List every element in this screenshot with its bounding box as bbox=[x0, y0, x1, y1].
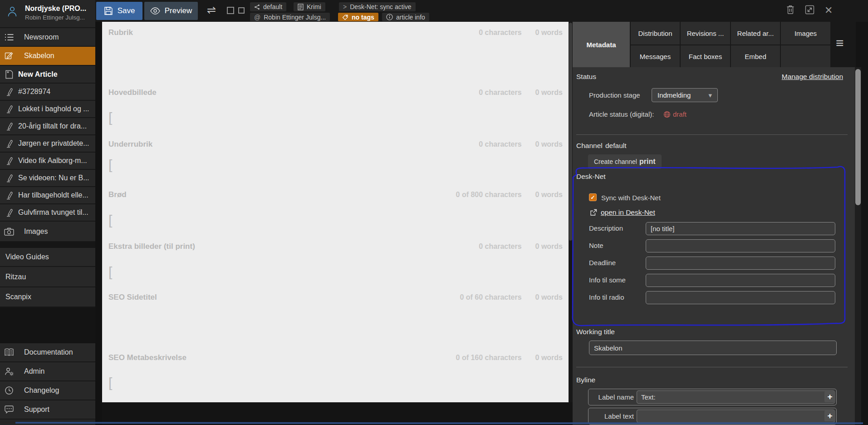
field-row-hovedbillede: Hovedbillede 0 characters0 words bbox=[108, 88, 563, 97]
sync-desknet-checkbox[interactable] bbox=[589, 193, 597, 201]
preview-label: Preview bbox=[165, 6, 192, 15]
article-status-value: draft bbox=[673, 110, 687, 118]
text-cursor-icon[interactable] bbox=[108, 376, 112, 390]
desknet-deadline-input[interactable] bbox=[646, 257, 835, 270]
tags-chip[interactable]: no tags bbox=[338, 13, 378, 21]
at-icon bbox=[254, 14, 260, 21]
tab-images[interactable]: Images bbox=[781, 22, 830, 44]
open-in-desknet-link[interactable]: open in Desk-Net bbox=[601, 208, 655, 217]
sidebar-item-label: 20-årig tiltalt for dra... bbox=[18, 122, 87, 130]
template-chip[interactable]: default bbox=[250, 2, 286, 11]
workspace-header[interactable]: Nordjyske (PRO... Robin Ettinger Julsg..… bbox=[0, 0, 95, 28]
expand-window-icon[interactable] bbox=[805, 5, 814, 15]
tab-messages[interactable]: Messages bbox=[631, 45, 680, 67]
section-chip[interactable]: Krimi bbox=[294, 2, 325, 11]
add-byline-button[interactable] bbox=[824, 410, 835, 421]
tab-distribution[interactable]: Distribution bbox=[631, 22, 680, 44]
swap-panels-icon[interactable] bbox=[207, 4, 216, 16]
desknet-field-label: Note bbox=[589, 242, 603, 249]
eye-icon bbox=[150, 7, 160, 15]
sidebar-item-ritzau[interactable]: Ritzau bbox=[0, 267, 95, 287]
editor-scrollbar-thumb[interactable] bbox=[569, 23, 572, 241]
sidebar-item-article[interactable]: Gulvfirma tvunget til... bbox=[0, 204, 95, 222]
desknet-sync-chip[interactable]: Desk-Net: sync active bbox=[339, 2, 416, 11]
field-row-seo-metabeskrivelse: SEO Metabeskrivelse 0 of 160 characters0… bbox=[108, 353, 563, 362]
tab-metadata[interactable]: Metadata bbox=[573, 22, 630, 67]
section-divider bbox=[576, 367, 848, 367]
layout-square-left-icon[interactable] bbox=[227, 7, 234, 14]
sidebar-item-scanpix[interactable]: Scanpix bbox=[0, 287, 95, 307]
byline-label-name-input[interactable] bbox=[637, 390, 835, 404]
sidebar-item-article[interactable]: Lokket i baghold og ... bbox=[0, 101, 95, 118]
tab-embed[interactable]: Embed bbox=[731, 45, 780, 67]
text-cursor-icon[interactable] bbox=[108, 111, 112, 124]
desknet-note-input[interactable] bbox=[646, 239, 835, 252]
sidebar-item-documentation[interactable]: Documentation bbox=[0, 343, 95, 362]
sidebar-item-article[interactable]: Se videoen: Nu er B... bbox=[0, 170, 95, 187]
section-divider bbox=[576, 134, 848, 135]
desknet-sync-label: Desk-Net: sync active bbox=[350, 3, 411, 10]
save-button[interactable]: Save bbox=[96, 2, 142, 20]
close-icon[interactable] bbox=[824, 5, 833, 16]
sidebar-item-images[interactable]: Images bbox=[0, 222, 95, 242]
field-label: Ekstra billeder (til print) bbox=[108, 242, 195, 251]
user-avatar-icon bbox=[6, 5, 18, 17]
text-cursor-icon[interactable] bbox=[108, 158, 112, 172]
sidebar-item-new-article[interactable]: New Article bbox=[0, 66, 95, 84]
desknet-description-input[interactable] bbox=[646, 222, 835, 235]
manage-distribution-link[interactable]: Manage distribution bbox=[782, 73, 843, 81]
text-cursor-icon[interactable] bbox=[108, 265, 112, 279]
share-icon bbox=[254, 4, 260, 10]
preview-button[interactable]: Preview bbox=[144, 2, 198, 20]
tab-label: Messages bbox=[640, 53, 671, 60]
production-stage-label: Production stage bbox=[589, 91, 640, 99]
chat-bubble-icon bbox=[0, 405, 18, 414]
text-cursor-icon[interactable] bbox=[108, 213, 112, 227]
tab-related-articles[interactable]: Related ar... bbox=[731, 22, 780, 44]
status-heading: Status bbox=[576, 73, 596, 81]
article-info-label: article info bbox=[396, 14, 425, 21]
book-icon bbox=[0, 348, 18, 356]
desknet-heading: Desk-Net bbox=[576, 173, 606, 181]
editor-scrollbar-track[interactable] bbox=[569, 22, 573, 402]
sidebar-item-article[interactable]: Video fik Aalborg-m... bbox=[0, 153, 95, 170]
field-row-rubrik: Rubrik 0 characters0 words bbox=[108, 28, 563, 37]
panel-menu-icon[interactable] bbox=[836, 35, 844, 51]
tab-fact-boxes[interactable]: Fact boxes bbox=[681, 45, 730, 67]
desknet-info-some-input[interactable] bbox=[646, 274, 835, 287]
byline-label-text-input[interactable] bbox=[637, 410, 835, 423]
channel-name: default bbox=[605, 142, 627, 150]
sidebar-item-skabelon[interactable]: Skabelon bbox=[0, 47, 95, 66]
sidebar-item-label: Admin bbox=[24, 367, 44, 376]
sidebar-item-article[interactable]: #3728974 bbox=[0, 84, 95, 101]
editor-canvas[interactable]: Rubrik 0 characters0 words Hovedbillede … bbox=[102, 22, 569, 402]
delete-article-icon[interactable] bbox=[786, 5, 795, 15]
author-chip[interactable]: Robin Ettinger Julsg... bbox=[250, 13, 330, 21]
byline-row-label-text: Label text bbox=[588, 408, 837, 425]
layout-square-right-icon[interactable] bbox=[238, 7, 245, 14]
add-byline-button[interactable] bbox=[824, 391, 835, 402]
tab-revisions[interactable]: Revisions ... bbox=[681, 22, 730, 44]
char-count: 0 characters bbox=[479, 242, 521, 251]
panel-tabbar: Metadata Distribution Revisions ... Rela… bbox=[573, 22, 856, 67]
sidebar-item-video-guides[interactable]: Video Guides bbox=[0, 248, 95, 267]
sidebar-item-label: Support bbox=[24, 405, 49, 414]
sidebar-item-article[interactable]: Jørgen er privatdete... bbox=[0, 135, 95, 153]
pencil-icon bbox=[0, 139, 18, 148]
create-channel-print-button[interactable]: Create channel print bbox=[588, 154, 662, 169]
pencil-icon bbox=[0, 88, 18, 96]
sidebar-item-support[interactable]: Support bbox=[0, 400, 95, 420]
panel-scrollbar-track[interactable] bbox=[855, 67, 861, 425]
sidebar-item-article[interactable]: 20-årig tiltalt for dra... bbox=[0, 118, 95, 135]
sidebar-item-newsroom[interactable]: Newsroom bbox=[0, 28, 95, 47]
sidebar-item-changelog[interactable]: Changelog bbox=[0, 381, 95, 400]
panel-scrollbar-thumb[interactable] bbox=[855, 69, 861, 205]
article-info-chip[interactable]: article info bbox=[382, 13, 429, 21]
production-stage-dropdown[interactable]: Indmelding bbox=[652, 88, 718, 102]
sidebar-item-admin[interactable]: Admin bbox=[0, 362, 95, 381]
sidebar-item-article[interactable]: Har tilbageholdt elle... bbox=[0, 187, 95, 204]
desknet-info-radio-input[interactable] bbox=[646, 291, 835, 304]
floppy-icon bbox=[104, 6, 113, 15]
working-title-input[interactable] bbox=[589, 341, 837, 355]
desknet-field-label: Description bbox=[589, 224, 623, 232]
